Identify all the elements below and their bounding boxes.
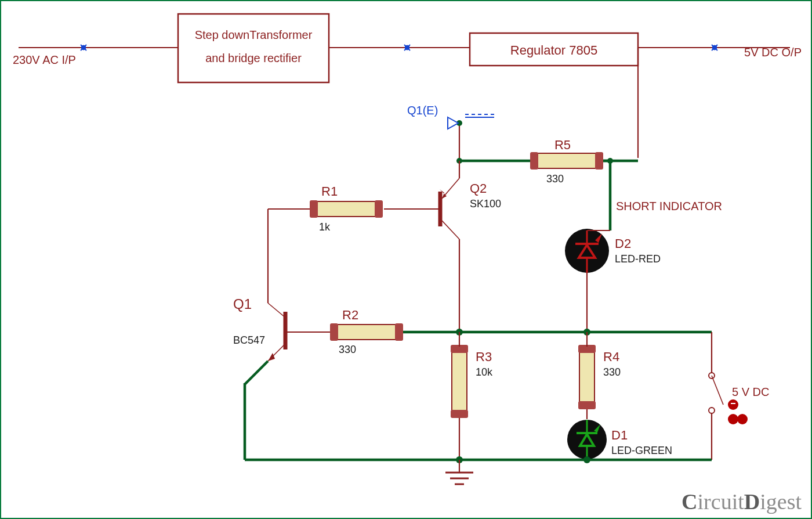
transformer-line2: and bridge rectifier [205,52,302,64]
svg-line-44 [268,303,285,318]
svg-point-23 [607,158,613,164]
switch-icon [728,399,748,424]
transistor-q2 [440,178,459,239]
supply-right-label: 5 V DC [732,385,769,398]
circuit-diagram-frame: 230V AC I/P Step downTransformer and bri… [0,0,812,519]
transformer-line1: Step downTransformer [195,28,313,41]
svg-point-76 [728,399,738,410]
transformer-block [178,14,329,82]
probe-label: Q1(E) [407,104,438,117]
svg-rect-60 [579,349,594,405]
led-d1 [567,420,607,459]
svg-line-83 [245,361,268,384]
r5-ref: R5 [554,138,571,152]
svg-rect-62 [578,401,596,409]
q2-value: SK100 [470,198,501,210]
regulator-label: Regulator 7805 [510,43,597,57]
input-terminal [19,45,178,51]
r3-ref: R3 [476,349,492,364]
svg-point-82 [583,456,590,463]
svg-marker-47 [268,353,275,361]
svg-line-73 [712,376,723,405]
led-d2 [565,229,609,273]
d2-value: LED-RED [615,253,661,265]
svg-rect-57 [451,410,468,418]
r2-value: 330 [339,344,356,355]
resistor-r3 [451,345,468,418]
ground-symbol [445,460,473,484]
d1-value: LED-GREEN [611,445,672,456]
svg-rect-50 [330,323,338,341]
q1-value: BC547 [233,334,265,346]
resistor-r4 [578,345,596,409]
mid-terminal [404,45,410,51]
r1-value: 1k [319,221,331,233]
r4-value: 330 [603,366,621,378]
svg-point-77 [737,414,748,424]
svg-rect-19 [530,152,538,170]
output-voltage-label: 5V DC O/P [744,46,802,59]
r3-value: 10k [476,366,493,378]
svg-rect-40 [310,200,318,218]
schematic-svg: 230V AC I/P Step downTransformer and bri… [1,1,811,518]
d1-ref: D1 [611,428,628,442]
svg-point-78 [728,414,738,424]
resistor-r5 [530,152,603,170]
svg-line-36 [442,221,459,239]
output-terminal [712,45,717,51]
resistor-r2 [330,323,403,341]
svg-rect-51 [395,323,403,341]
svg-rect-49 [335,325,398,340]
q2-ref: Q2 [470,181,487,196]
r4-ref: R4 [603,349,619,364]
r5-value: 330 [546,173,564,185]
r1-ref: R1 [321,184,338,199]
svg-rect-41 [375,200,383,218]
d2-ref: D2 [615,236,631,251]
svg-rect-39 [314,201,378,217]
svg-point-74 [709,408,715,413]
input-voltage-label: 230V AC I/P [13,53,76,66]
transistor-q1 [268,303,285,361]
q1-ref: Q1 [233,296,252,312]
probe-icon [448,117,458,129]
watermark-text: CircuitDigest [682,489,802,514]
svg-rect-79 [731,403,735,404]
r2-ref: R2 [342,308,358,322]
svg-rect-20 [595,152,603,170]
short-indicator-label: SHORT INDICATOR [616,200,722,212]
svg-rect-55 [452,349,467,413]
svg-rect-18 [535,153,599,168]
resistor-r1 [310,200,383,218]
